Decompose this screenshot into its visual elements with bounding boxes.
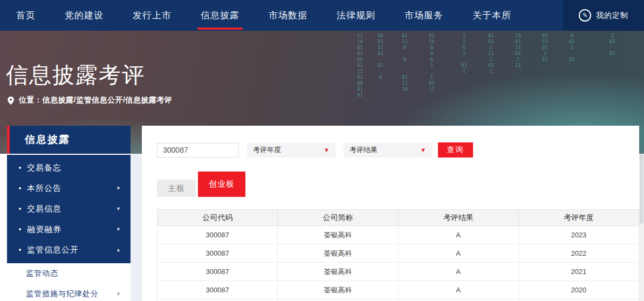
table-cell xyxy=(398,299,518,301)
scrollbar-track[interactable] xyxy=(639,154,644,301)
sidebar-subitem-1[interactable]: 监管措施与纪律处分▼ xyxy=(7,284,131,301)
tab-main-board[interactable]: 主板 xyxy=(157,180,196,197)
table-row: 300087荃银高科A2020 xyxy=(157,281,639,299)
sidebar-item-1[interactable]: 本所公告▼ xyxy=(7,178,131,199)
top-navbar: 首页党的建设发行上市信息披露市场数据法律规则市场服务关于本所 ✎ 我的定制 xyxy=(0,0,644,31)
sidebar-item-label: 本所公告 xyxy=(27,183,116,194)
nav-item-2[interactable]: 发行上市 xyxy=(133,0,172,31)
table-cell xyxy=(518,299,639,301)
table-cell: 荃银高科 xyxy=(278,226,398,244)
my-custom-label: 我的定制 xyxy=(596,11,628,20)
table-cell: 荃银高科 xyxy=(278,281,398,299)
nav-item-0[interactable]: 首页 xyxy=(16,0,36,31)
table-body: 300087荃银高科A2023300087荃银高科A2022300087荃银高科… xyxy=(157,226,639,301)
search-bar: 考评年度 ▼ 考评结果 ▼ 查询 xyxy=(157,142,473,158)
breadcrumb-text: 位置：信息披露/监管信息公开/信息披露考评 xyxy=(19,95,172,105)
rain-column: 00 01 11 01 01 0 xyxy=(378,33,383,80)
table-row: 300087荃银高科A2023 xyxy=(157,226,639,244)
sidebar-subitem-0[interactable]: 监管动态 xyxy=(7,263,131,284)
table-cell: A xyxy=(398,226,518,244)
chevron-down-icon: ▼ xyxy=(116,206,121,211)
table-cell: 2021 xyxy=(518,263,639,281)
nav-item-6[interactable]: 市场服务 xyxy=(405,0,443,31)
sidebar-subitem-label: 监管措施与纪律处分 xyxy=(26,289,116,299)
sidebar-item-label: 融资融券 xyxy=(27,224,116,235)
rain-column: 01 10 0 0 0 1 1 01 11 xyxy=(429,33,435,92)
table-header-row: 公司代码公司简称考评结果考评年度 xyxy=(157,210,639,226)
table-head: 公司代码公司简称考评结果考评年度 xyxy=(157,210,639,226)
sidebar-item-4[interactable]: 监管信息公开▲ xyxy=(7,240,131,260)
bullet-icon xyxy=(19,167,21,169)
table-cell: 300087 xyxy=(157,281,278,299)
rain-column: 11 10 01 01 00 01 11 01 00 01 01 xyxy=(357,33,363,98)
stock-code-input[interactable] xyxy=(157,143,239,158)
nav-item-5[interactable]: 法律规则 xyxy=(337,0,375,31)
sidebar-header: 信息披露 xyxy=(7,126,131,154)
sidebar-item-label: 交易信息 xyxy=(27,204,116,214)
nav-item-1[interactable]: 党的建设 xyxy=(65,0,104,31)
sidebar-item-3[interactable]: 融资融券▼ xyxy=(7,219,131,240)
table-cell: 300087 xyxy=(157,244,278,263)
nav-item-7[interactable]: 关于本所 xyxy=(472,0,511,31)
table-header-cell: 考评年度 xyxy=(518,210,639,226)
sidebar: 信息披露 交易备忘本所公告▼交易信息▼融资融券▼监管信息公开▲ 监管动态监管措施… xyxy=(7,126,131,301)
table-row: 300087荃银高科A2021 xyxy=(157,263,639,281)
main-panel: 考评年度 ▼ 考评结果 ▼ 查询 主板 创业板 公司代码公司简称考评结果考评年度… xyxy=(142,126,639,301)
rain-column: 01 11 01 1 01 xyxy=(542,33,548,63)
table-cell: 荃银高科 xyxy=(278,263,398,281)
nav-item-3[interactable]: 信息披露 xyxy=(201,0,239,31)
customize-pencil-icon: ✎ xyxy=(579,9,591,22)
table-cell: A xyxy=(398,281,518,299)
rain-column: 10 01 11 01 1 11 xyxy=(515,33,521,69)
table-cell: 300087 xyxy=(157,226,278,244)
nav-items: 首页党的建设发行上市信息披露市场数据法律规则市场服务关于本所 xyxy=(0,0,540,31)
bullet-icon xyxy=(19,228,21,230)
nav-item-4[interactable]: 市场数据 xyxy=(269,0,307,31)
chevron-down-icon: ▼ xyxy=(116,291,121,297)
year-select-label: 考评年度 xyxy=(253,145,281,155)
content-gutter xyxy=(131,154,142,301)
sidebar-item-label: 交易备忘 xyxy=(27,163,121,173)
chevron-down-icon: ▼ xyxy=(116,227,121,232)
table-header-cell: 考评结果 xyxy=(398,210,518,226)
sidebar-item-0[interactable]: 交易备忘 xyxy=(7,158,131,178)
rain-column: 01 11 0 0 01 11 10 xyxy=(402,33,408,92)
chevron-down-icon: ▼ xyxy=(420,147,426,153)
result-select-label: 考评结果 xyxy=(350,145,378,155)
table-header-cell: 公司简称 xyxy=(278,210,398,226)
query-button[interactable]: 查询 xyxy=(438,142,473,158)
table-row: 300087荃银高科A2022 xyxy=(157,244,639,263)
chevron-up-icon: ▲ xyxy=(116,247,121,252)
rain-column: 01 01 1 11 1 01 1 xyxy=(488,33,494,74)
my-custom-button[interactable]: ✎ 我的定制 xyxy=(563,0,644,31)
year-select[interactable]: 考评年度 ▼ xyxy=(247,143,335,158)
table-cell: 2022 xyxy=(518,244,639,263)
table-cell: A xyxy=(398,263,518,281)
tab-chinext-board[interactable]: 创业板 xyxy=(198,172,245,197)
bullet-icon xyxy=(19,187,21,189)
table-cell xyxy=(278,299,398,301)
sidebar-item-2[interactable]: 交易信息▼ xyxy=(7,199,131,219)
chevron-down-icon: ▼ xyxy=(116,186,121,191)
sidebar-item-label: 监管信息公开 xyxy=(27,245,116,255)
sidebar-menu: 交易备忘本所公告▼交易信息▼融资融券▼监管信息公开▲ xyxy=(7,155,131,263)
table-cell: 荃银高科 xyxy=(278,244,398,263)
breadcrumb: 位置：信息披露/监管信息公开/信息披露考评 xyxy=(7,95,172,105)
bullet-icon xyxy=(19,249,21,251)
sidebar-title: 信息披露 xyxy=(25,133,70,147)
scrollbar-thumb[interactable] xyxy=(640,154,643,224)
table-header-cell: 公司代码 xyxy=(157,210,278,226)
rain-column: 1 1 0 1 01 1 xyxy=(461,33,467,74)
result-select[interactable]: 考评结果 ▼ xyxy=(344,143,432,158)
table-cell: 2020 xyxy=(518,281,639,299)
chevron-down-icon: ▼ xyxy=(324,147,330,153)
table-cell: 2023 xyxy=(518,226,639,244)
location-pin-icon xyxy=(7,96,15,105)
table-cell: 300087 xyxy=(157,263,278,281)
board-tabs: 主板 创业板 xyxy=(157,172,245,197)
bullet-icon xyxy=(19,208,21,210)
page: 11 10 01 01 00 01 11 01 00 01 0100 01 11… xyxy=(0,0,644,301)
rain-column: 0 01 1 01 xyxy=(569,33,575,63)
table-cell: A xyxy=(398,244,518,263)
page-title: 信息披露考评 xyxy=(6,60,145,90)
